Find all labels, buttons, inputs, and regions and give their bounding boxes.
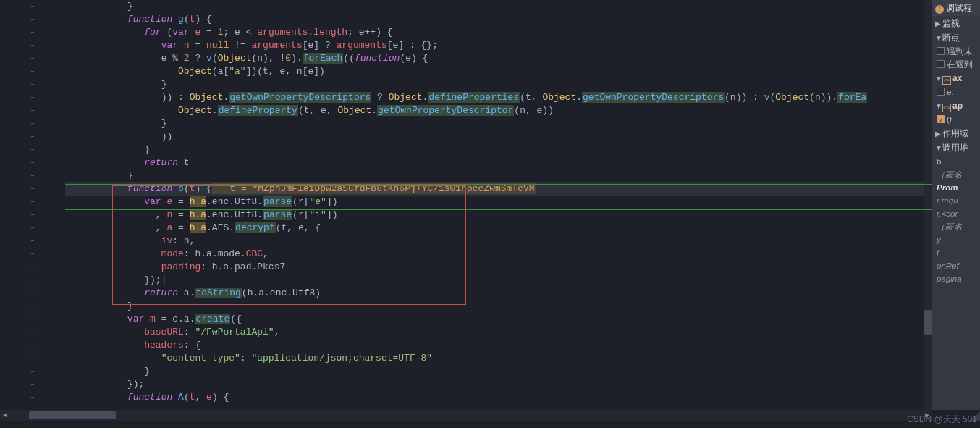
callstack-frame[interactable]: （匿名 — [932, 220, 980, 233]
callstack-frame[interactable]: r.<cor — [932, 207, 980, 220]
watch-section[interactable]: ▶监视 — [932, 16, 980, 30]
code-line[interactable]: });| — [65, 274, 932, 287]
gutter-marker: - — [0, 130, 65, 143]
gutter-marker: - — [0, 0, 65, 13]
code-line[interactable]: return a.toString(h.a.enc.Utf8) — [65, 287, 932, 300]
code-line[interactable]: var n = null != arguments[e] ? arguments… — [65, 39, 932, 52]
gutter: ------------------------------- — [0, 0, 65, 410]
gutter-marker: - — [0, 13, 65, 26]
gutter-marker: - — [0, 261, 65, 274]
horizontal-scrollbar[interactable]: ◀ ▶ — [0, 410, 932, 421]
gutter-marker: - — [0, 352, 65, 365]
gutter-marker: - — [0, 169, 65, 182]
code-line[interactable]: } — [65, 300, 932, 313]
code-line[interactable]: } — [65, 169, 932, 182]
gutter-marker: - — [0, 39, 65, 52]
gutter-marker: - — [0, 91, 65, 104]
bp-item-1[interactable]: e. — [932, 85, 980, 98]
gutter-marker: - — [0, 300, 65, 313]
code-line[interactable]: var e = h.a.enc.Utf8.parse(r["e"]) — [65, 196, 932, 209]
callstack-frame[interactable]: （匿名 — [932, 168, 980, 181]
code-line[interactable]: } — [65, 143, 932, 156]
gutter-marker: - — [0, 287, 65, 300]
code-line[interactable]: }); — [65, 378, 932, 391]
callstack-frame[interactable]: f — [932, 246, 980, 259]
code-line[interactable]: baseURL: "/FwPortalApi", — [65, 326, 932, 339]
gutter-marker: - — [0, 235, 65, 248]
code-line[interactable]: e % 2 ? v(Object(n), !0).forEach((functi… — [65, 52, 932, 65]
gutter-marker: - — [0, 78, 65, 91]
debugger-header: ! 调试程 — [932, 0, 980, 16]
code-line[interactable]: function A(t, e) { — [65, 391, 932, 404]
code-line[interactable]: } — [65, 365, 932, 378]
gutter-marker: - — [0, 26, 65, 39]
gutter-marker: - — [0, 326, 65, 339]
breakpoint-uncaught[interactable]: 遇到未 — [932, 45, 980, 58]
code-line[interactable]: mode: h.a.mode.CBC, — [65, 248, 932, 261]
gutter-marker: - — [0, 117, 65, 130]
code-editor[interactable]: ------------------------------- } functi… — [0, 0, 932, 410]
code-line[interactable]: , n = h.a.enc.Utf8.parse(r["i"]) — [65, 209, 932, 222]
gutter-marker: - — [0, 274, 65, 287]
code-line[interactable]: iv: n, — [65, 235, 932, 248]
exec-line-top — [65, 184, 932, 185]
code-line[interactable]: )) — [65, 130, 932, 143]
vscroll-thumb[interactable] — [924, 310, 932, 335]
code-line[interactable]: return t — [65, 156, 932, 169]
code-line[interactable]: , a = h.a.AES.decrypt(t, e, { — [65, 222, 932, 235]
gutter-marker: - — [0, 339, 65, 352]
file-group-1[interactable]: ▼<>ax — [932, 71, 980, 85]
code-line[interactable]: "content-type": "application/json;charse… — [65, 352, 932, 365]
code-line[interactable]: } — [65, 0, 932, 13]
code-line[interactable]: padding: h.a.pad.Pkcs7 — [65, 261, 932, 274]
debugger-sidebar[interactable]: ! 调试程 ▶监视 ▼断点 遇到未 在遇到 ▼<>ax e. ▼<>ap (f … — [932, 0, 980, 410]
callstack-section[interactable]: ▼调用堆 — [932, 140, 980, 155]
vertical-scrollbar[interactable] — [924, 0, 932, 410]
code-line[interactable]: Object.defineProperty(t, e, Object.getOw… — [65, 104, 932, 117]
exec-line-bottom — [65, 209, 932, 210]
js-file-icon: <> — [942, 76, 951, 85]
hscroll-thumb[interactable] — [29, 411, 116, 419]
gutter-marker: - — [0, 196, 65, 209]
code-line[interactable]: } — [65, 117, 932, 130]
scroll-left-icon[interactable]: ◀ — [0, 410, 10, 421]
code-line[interactable]: )) : Object.getOwnPropertyDescriptors ? … — [65, 91, 932, 104]
code-line[interactable]: Object(a["a"])(t, e, n[e]) — [65, 65, 932, 78]
code-line[interactable]: } — [65, 78, 932, 91]
callstack-frame[interactable]: pagina — [932, 272, 980, 285]
code-line[interactable]: function g(t) { — [65, 13, 932, 26]
gutter-marker: - — [0, 378, 65, 391]
gutter-marker: - — [0, 104, 65, 117]
warn-icon: ! — [935, 5, 944, 14]
gutter-marker: - — [0, 143, 65, 156]
callstack-frame[interactable]: y — [932, 233, 980, 246]
code-line[interactable]: var m = c.a.create({ — [65, 313, 932, 326]
bp-item-2[interactable]: (f — [932, 113, 980, 126]
file-group-2[interactable]: ▼<>ap — [932, 98, 980, 113]
gutter-marker: - — [0, 313, 65, 326]
watermark: CSDN @天天 501 — [907, 414, 977, 426]
gutter-marker: - — [0, 248, 65, 261]
gutter-marker: - — [0, 365, 65, 378]
js-file-icon: <> — [942, 104, 951, 112]
callstack-frame[interactable]: onRef — [932, 259, 980, 272]
scope-section[interactable]: ▶作用域 — [932, 126, 980, 140]
breakpoints-section[interactable]: ▼断点 — [932, 30, 980, 45]
code-line[interactable]: for (var e = 1; e < arguments.length; e+… — [65, 26, 932, 39]
callstack-frame[interactable]: Prom — [932, 181, 980, 194]
gutter-marker: - — [0, 222, 65, 235]
callstack-frame[interactable]: r.requ — [932, 194, 980, 207]
gutter-marker: - — [0, 209, 65, 222]
breakpoint-caught[interactable]: 在遇到 — [932, 58, 980, 71]
gutter-marker: - — [0, 52, 65, 65]
gutter-marker: - — [0, 391, 65, 404]
callstack-frame[interactable]: b — [932, 155, 980, 168]
code-area[interactable]: } function g(t) { for (var e = 1; e < ar… — [65, 0, 932, 410]
gutter-marker: - — [0, 65, 65, 78]
code-line[interactable]: headers: { — [65, 339, 932, 352]
gutter-marker: - — [0, 182, 65, 196]
gutter-marker: - — [0, 156, 65, 169]
